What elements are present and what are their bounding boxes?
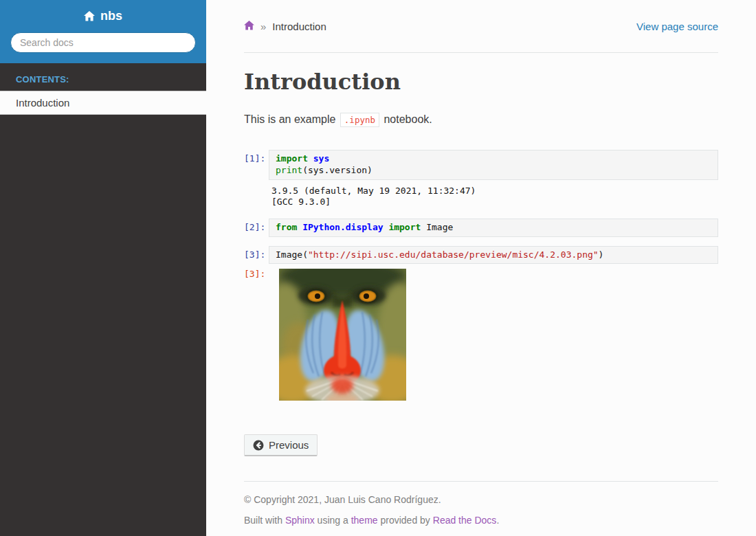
ipynb-inline-code: .ipynb	[340, 113, 379, 127]
input-prompt: [3]:	[244, 246, 269, 260]
intro-paragraph: This is an example .ipynb notebook.	[244, 112, 718, 127]
built-with-text: Built with Sphinx using a theme provided…	[244, 515, 718, 526]
cell-output-row: [3]:	[244, 265, 718, 401]
code-token	[308, 153, 313, 164]
home-icon	[84, 11, 95, 21]
built-suffix: .	[496, 515, 499, 526]
code-token	[297, 222, 302, 232]
previous-button[interactable]: Previous	[244, 434, 318, 456]
copyright-text: © Copyright 2021, Juan Luis Cano Rodrígu…	[244, 494, 718, 505]
footer-divider	[244, 481, 718, 482]
code-token: IPython.display	[302, 222, 383, 232]
breadcrumb-separator: »	[260, 21, 266, 32]
notebook-cell: [1]:import sys print(sys.version)3.9.5 (…	[244, 150, 718, 210]
app-window: nbs CONTENTS: Introduction » Introduc	[0, 0, 756, 536]
sidebar-header: nbs	[0, 0, 206, 63]
output-prompt: [3]:	[244, 265, 269, 279]
code-token: Image(	[276, 249, 308, 260]
notebook-cells: [1]:import sys print(sys.version)3.9.5 (…	[244, 150, 718, 401]
previous-button-label: Previous	[269, 439, 309, 451]
code-input-area[interactable]: Image("http://sipi.usc.edu/database/prev…	[269, 246, 718, 265]
breadcrumb: » Introduction View page source	[244, 21, 718, 32]
built-mid1: using a	[315, 515, 351, 526]
notebook-cell: [3]:Image("http://sipi.usc.edu/database/…	[244, 246, 718, 401]
footer: © Copyright 2021, Juan Luis Cano Rodrígu…	[244, 494, 718, 526]
code-block: from IPython.display import Image	[276, 222, 711, 234]
code-token: from	[276, 222, 297, 232]
home-icon	[244, 21, 254, 32]
view-page-source-link[interactable]: View page source	[636, 21, 718, 32]
mandrill-test-image	[279, 269, 406, 401]
output-text: 3.9.5 (default, May 19 2021, 11:32:47) […	[271, 186, 718, 208]
code-token: import	[388, 222, 421, 232]
code-token: Image	[421, 222, 453, 232]
page-title: Introduction	[244, 69, 718, 95]
breadcrumb-current: Introduction	[272, 21, 326, 32]
notebook-cell: [2]:from IPython.display import Image	[244, 219, 718, 237]
code-block: Image("http://sipi.usc.edu/database/prev…	[276, 249, 711, 261]
code-token: print	[276, 165, 302, 175]
cell-input-row: [3]:Image("http://sipi.usc.edu/database/…	[244, 246, 718, 265]
breadcrumb-home-link[interactable]	[244, 21, 254, 32]
cell-output-image	[269, 265, 718, 401]
intro-text-after: notebook.	[381, 113, 432, 125]
intro-text-before: This is an example	[244, 113, 339, 125]
brand-home-link[interactable]: nbs	[84, 9, 122, 23]
cell-input-row: [2]:from IPython.display import Image	[244, 219, 718, 237]
code-token: (sys.version)	[302, 165, 373, 175]
code-token: )	[599, 249, 604, 260]
theme-link[interactable]: theme	[351, 515, 378, 526]
code-block: import sys print(sys.version)	[276, 153, 711, 176]
input-prompt: [2]:	[244, 219, 269, 232]
breadcrumb-trail: » Introduction	[244, 21, 326, 32]
read-the-docs-link[interactable]: Read the Docs	[433, 515, 497, 526]
arrow-circle-left-icon	[253, 440, 264, 451]
sidebar: nbs CONTENTS: Introduction	[0, 0, 206, 536]
search-input[interactable]	[10, 32, 196, 53]
code-input-area[interactable]: from IPython.display import Image	[269, 219, 718, 237]
input-prompt: [1]:	[244, 150, 269, 164]
cell-output-text: 3.9.5 (default, May 19 2021, 11:32:47) […	[269, 181, 718, 210]
brand-title: nbs	[100, 9, 122, 23]
code-input-area[interactable]: import sys print(sys.version)	[269, 150, 718, 179]
built-prefix: Built with	[244, 515, 285, 526]
cell-output-row: 3.9.5 (default, May 19 2021, 11:32:47) […	[244, 181, 718, 210]
sphinx-link[interactable]: Sphinx	[285, 515, 315, 526]
cell-input-row: [1]:import sys print(sys.version)	[244, 150, 718, 179]
output-prompt-empty	[244, 181, 269, 185]
breadcrumb-divider	[244, 52, 718, 53]
code-token: import	[276, 153, 308, 164]
sidebar-contents-caption: CONTENTS:	[0, 63, 206, 91]
built-mid2: provided by	[378, 515, 433, 526]
main-content: » Introduction View page source Introduc…	[206, 0, 756, 536]
search-box	[10, 32, 196, 53]
code-token: sys	[313, 153, 329, 164]
sidebar-item-introduction[interactable]: Introduction	[0, 91, 206, 115]
code-token: "http://sipi.usc.edu/database/preview/mi…	[308, 249, 599, 260]
